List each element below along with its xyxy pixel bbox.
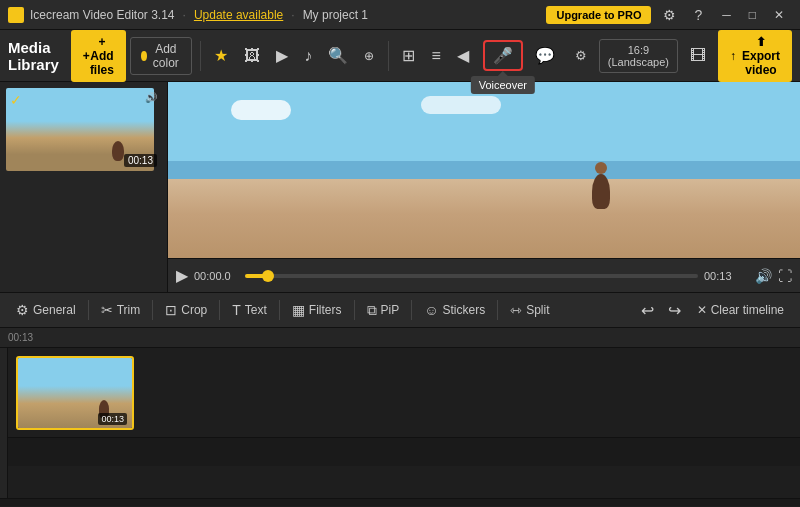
filters-tool[interactable]: ▦ Filters (284, 298, 350, 322)
timeline: 00:13 00:13 Drag & drop audio h (0, 328, 800, 498)
progress-bar[interactable] (245, 274, 698, 278)
close-button[interactable]: ✕ (766, 6, 792, 24)
zoom-out-icon[interactable]: 🔍 (322, 42, 354, 69)
pip-tool[interactable]: ⧉ PiP (359, 298, 408, 323)
filters-icon: ▦ (292, 302, 305, 318)
play-button[interactable]: ▶ (176, 266, 188, 285)
general-icon: ⚙ (16, 302, 29, 318)
crop-label: Crop (181, 303, 207, 317)
stickers-label: Stickers (443, 303, 486, 317)
video-icon[interactable]: ▶ (270, 42, 294, 69)
horizontal-scrollbar[interactable] (0, 498, 800, 506)
undo-button[interactable]: ↩ (635, 299, 660, 322)
media-library-label: Media Library (8, 39, 59, 73)
clear-timeline-button[interactable]: ✕ Clear timeline (689, 299, 792, 321)
pip-label: PiP (381, 303, 400, 317)
collapse-icon[interactable]: ◀ (451, 42, 475, 69)
audio-track (8, 438, 800, 466)
media-item[interactable]: ✓ 🔊 00:13 (6, 88, 161, 171)
crop-icon: ⊡ (165, 302, 177, 318)
export-button[interactable]: ↑ ⬆ Export video (718, 30, 792, 82)
image-icon[interactable]: 🖼 (238, 43, 266, 69)
minimize-button[interactable]: ─ (714, 6, 739, 24)
star-filter-icon[interactable]: ★ (208, 42, 234, 69)
settings-icon[interactable]: ⚙ (657, 5, 682, 25)
add-color-label: Add color (151, 42, 181, 70)
stickers-tool[interactable]: ☺ Stickers (416, 298, 493, 322)
voiceover-container: 🎤 Voiceover (483, 40, 523, 71)
upper-area: ✓ 🔊 00:13 ▶ 00:00.0 00:1 (0, 82, 800, 292)
edit-divider-3 (219, 300, 220, 320)
edit-divider-1 (88, 300, 89, 320)
app-title: Icecream Video Editor 3.14 (30, 8, 175, 22)
voiceover-button[interactable]: 🎤 (483, 40, 523, 71)
add-files-button[interactable]: + + Add files (71, 30, 126, 82)
general-tool[interactable]: ⚙ General (8, 298, 84, 322)
clip-duration-badge: 00:13 (124, 154, 157, 167)
zoom-in-icon[interactable]: ⊕ (358, 45, 380, 67)
add-files-label: + Add files (90, 35, 114, 77)
cloud-2 (421, 96, 501, 114)
timeline-left-panel (0, 348, 8, 498)
text-label: Text (245, 303, 267, 317)
preview-video (168, 82, 800, 258)
stickers-icon: ☺ (424, 302, 438, 318)
preview-toolbar: 🎤 Voiceover 💬 ⚙ 16:9 (Landscape) 🎞 ↑ ⬆ E… (483, 30, 792, 82)
selected-checkmark: ✓ (10, 92, 22, 108)
maximize-button[interactable]: □ (741, 6, 764, 24)
grid-view-icon[interactable]: ⊞ (396, 42, 421, 69)
music-icon[interactable]: ♪ (298, 43, 318, 69)
video-clip[interactable]: 00:13 (16, 356, 134, 430)
edit-divider-5 (354, 300, 355, 320)
text-tool[interactable]: T Text (224, 298, 275, 322)
beach-figure (592, 174, 610, 209)
cloud-1 (231, 100, 291, 120)
redo-button[interactable]: ↪ (662, 299, 687, 322)
edit-toolbar: ⚙ General ✂ Trim ⊡ Crop T Text ▦ Filters… (0, 292, 800, 328)
crop-tool[interactable]: ⊡ Crop (157, 298, 215, 322)
trim-label: Trim (117, 303, 141, 317)
main-toolbar: Media Library + + Add files Add color ★ … (0, 30, 800, 82)
general-label: General (33, 303, 76, 317)
current-time: 00:00.0 (194, 270, 239, 282)
list-view-icon[interactable]: ≡ (425, 43, 446, 69)
update-link[interactable]: Update available (194, 8, 283, 22)
color-swatch-icon (141, 51, 147, 61)
app-icon (8, 7, 24, 23)
progress-thumb (262, 270, 274, 282)
timeline-time-marker: 00:13 (8, 332, 33, 343)
subtitle-button[interactable]: 💬 (527, 42, 563, 69)
split-icon: ⇿ (510, 302, 522, 318)
edit-divider-7 (497, 300, 498, 320)
timeline-header: 00:13 (0, 328, 800, 348)
add-color-button[interactable]: Add color (130, 37, 192, 75)
volume-button[interactable]: 🔊 (755, 268, 772, 284)
filmstrip-icon[interactable]: 🎞 (682, 43, 714, 69)
figure-overlay (112, 141, 124, 161)
preview-panel: ▶ 00:00.0 00:13 🔊 ⛶ (168, 82, 800, 292)
trim-icon: ✂ (101, 302, 113, 318)
edit-divider-2 (152, 300, 153, 320)
export-icon: ↑ (730, 49, 736, 63)
media-panel[interactable]: ✓ 🔊 00:13 (0, 82, 168, 292)
upgrade-button[interactable]: Upgrade to PRO (546, 6, 651, 24)
preview-controls: ▶ 00:00.0 00:13 🔊 ⛶ (168, 258, 800, 292)
preview-beach-bg (168, 82, 800, 258)
timeline-tracks: 00:13 (8, 348, 800, 498)
split-label: Split (526, 303, 549, 317)
split-tool[interactable]: ⇿ Split (502, 298, 557, 322)
preview-settings-icon[interactable]: ⚙ (567, 44, 595, 67)
video-track: 00:13 (8, 348, 800, 438)
titlebar: Icecream Video Editor 3.14 · Update avai… (0, 0, 800, 30)
project-name: My project 1 (303, 8, 368, 22)
text-icon: T (232, 302, 241, 318)
add-files-icon: + (83, 49, 90, 63)
export-label: ⬆ Export video (742, 35, 780, 77)
clip-duration-label: 00:13 (98, 413, 127, 425)
content-area: ✓ 🔊 00:13 ▶ 00:00.0 00:1 (0, 82, 800, 507)
clear-icon: ✕ (697, 303, 707, 317)
help-icon[interactable]: ? (688, 5, 708, 25)
fullscreen-button[interactable]: ⛶ (778, 268, 792, 284)
trim-tool[interactable]: ✂ Trim (93, 298, 149, 322)
aspect-ratio-button[interactable]: 16:9 (Landscape) (599, 39, 678, 73)
